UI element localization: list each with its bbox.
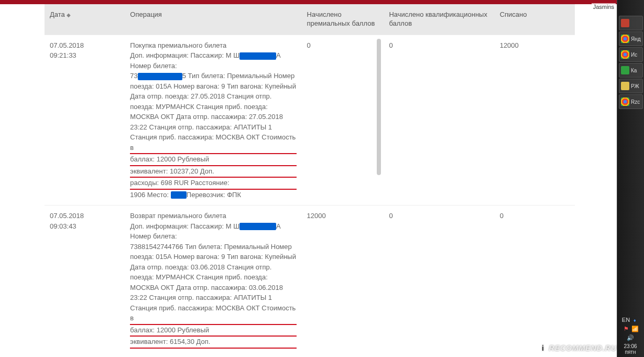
- redacted-ticket: [138, 73, 182, 80]
- red-underline: [130, 336, 296, 337]
- cell-date: 07.05.2018 09:03:43: [45, 205, 125, 354]
- cell-qual: 0: [384, 35, 494, 205]
- table-row: 07.05.2018 09:03:43 Возврат премиального…: [45, 205, 575, 354]
- cell-operation: Возврат премиального билета Доп. информа…: [125, 205, 301, 354]
- header-premium-points[interactable]: Начислено премиальных баллов: [302, 4, 384, 35]
- header-operation[interactable]: Операция: [125, 4, 301, 35]
- tray-day: пятн: [619, 349, 642, 355]
- main-window: Jasmins Дата◆ Операция Начислено премиал…: [0, 0, 617, 357]
- cell-premium: 12000: [302, 205, 384, 354]
- red-underline: [130, 153, 296, 154]
- taskbar-app[interactable]: Ка: [619, 63, 643, 78]
- cell-operation: Покупка премиального билета Доп. информа…: [125, 35, 301, 205]
- sort-icon: ◆: [67, 12, 71, 18]
- folder-icon: [621, 82, 629, 90]
- scroll-thumb[interactable]: [377, 39, 381, 175]
- taskbar-app[interactable]: [619, 16, 643, 30]
- cell-date: 07.05.2018 09:21:33: [45, 35, 125, 205]
- taskbar-app[interactable]: Rzс: [619, 94, 643, 109]
- cell-debited: 0: [495, 205, 575, 354]
- top-accent-bar: [0, 0, 617, 4]
- bluetooth-icon[interactable]: ⬧: [631, 316, 639, 323]
- browser-profile-name: Jasmins: [592, 3, 616, 10]
- taskbar-app[interactable]: Янд: [619, 31, 643, 46]
- redacted-seat: [171, 191, 187, 199]
- scrollbar[interactable]: [376, 39, 382, 348]
- header-date[interactable]: Дата◆: [45, 4, 125, 35]
- redacted-name: [239, 52, 276, 60]
- flag-icon[interactable]: ⚑: [623, 325, 630, 332]
- watermark-badge: i: [539, 343, 548, 353]
- watermark: iRECOMMEND.RU: [539, 343, 617, 353]
- red-underline: [130, 189, 296, 190]
- cell-premium: 0: [302, 35, 384, 205]
- transactions-table: Дата◆ Операция Начислено премиальных бал…: [45, 4, 575, 354]
- header-debited[interactable]: Списано: [495, 4, 575, 35]
- chrome-icon: [621, 98, 629, 106]
- red-underline: [130, 348, 296, 349]
- red-underline: [130, 177, 296, 178]
- network-icon[interactable]: 📶: [631, 325, 639, 332]
- table-row: 07.05.2018 09:21:33 Покупка премиального…: [45, 35, 575, 205]
- content-area: Дата◆ Операция Начислено премиальных бал…: [0, 4, 617, 357]
- volume-icon[interactable]: 🔊: [627, 334, 634, 341]
- system-tray: EN ⬧ ⚑ 📶 🔊 23:06 пятн: [617, 314, 644, 357]
- red-underline: [130, 165, 296, 166]
- table-header-row: Дата◆ Операция Начислено премиальных бал…: [45, 4, 575, 35]
- cell-debited: 12000: [495, 35, 575, 205]
- red-underline: [130, 324, 296, 325]
- cell-qual: 0: [384, 205, 494, 354]
- taskbar-app[interactable]: РЖ: [619, 79, 643, 93]
- lang-indicator[interactable]: EN: [623, 316, 630, 323]
- taskbar-app[interactable]: Ис: [619, 47, 643, 62]
- header-qual-points[interactable]: Начислено квалификационных баллов: [384, 4, 494, 35]
- windows-taskbar: Янд Ис Ка РЖ Rzс EN ⬧ ⚑ 📶 🔊 23:06 пятн: [617, 0, 644, 357]
- redacted-name: [239, 223, 276, 230]
- app-icon: [621, 66, 629, 74]
- app-icon: [621, 19, 629, 27]
- chrome-icon: [621, 50, 629, 59]
- chrome-icon: [621, 35, 629, 43]
- tray-time[interactable]: 23:06: [619, 343, 642, 349]
